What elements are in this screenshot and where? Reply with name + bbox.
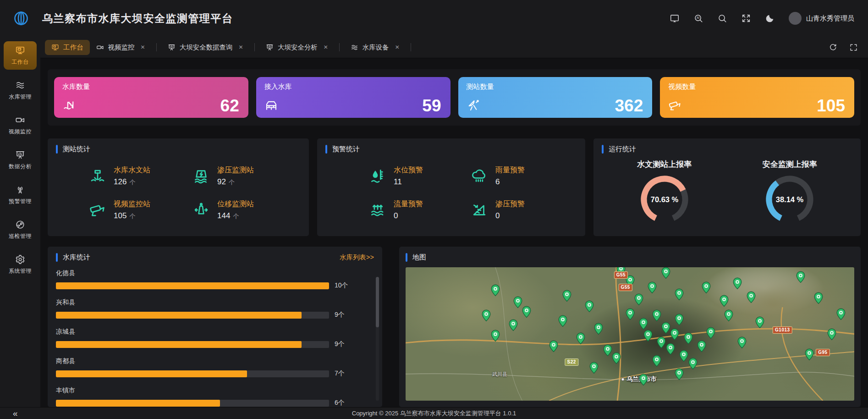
map-marker-pin[interactable] — [648, 281, 657, 294]
map-marker-pin[interactable] — [508, 319, 518, 331]
map-marker-pin[interactable] — [657, 336, 666, 349]
svg-text:70.63 %: 70.63 % — [650, 195, 678, 204]
map-marker-pin[interactable] — [679, 350, 688, 362]
warning-stats-grid: 水位预警11雨量预警6流量预警0渗压预警0 — [325, 154, 577, 221]
map-marker-pin[interactable] — [576, 332, 585, 345]
bar-row-5: 丰镇市6个 — [56, 386, 351, 407]
map-marker-pin[interactable] — [675, 314, 684, 326]
ai-search-icon[interactable]: AI — [693, 13, 703, 23]
map-marker-pin[interactable] — [562, 290, 572, 302]
close-tab-icon[interactable]: ✕ — [239, 44, 243, 50]
map-marker-pin[interactable] — [652, 309, 662, 322]
bar-value-label: 7个 — [335, 369, 351, 378]
map-marker-pin[interactable] — [724, 309, 733, 322]
map-marker-pin[interactable] — [638, 318, 648, 330]
map-marker-pin[interactable] — [683, 332, 693, 345]
map-marker-pin[interactable] — [522, 306, 532, 318]
map-marker-pin[interactable] — [490, 284, 500, 297]
scrollbar-thumb[interactable] — [376, 277, 379, 327]
map-marker-pin[interactable] — [661, 322, 670, 334]
map-marker-pin[interactable] — [665, 343, 675, 355]
map-marker-pin[interactable] — [688, 358, 698, 370]
title-accent-bar — [56, 253, 58, 262]
map-marker-pin[interactable] — [643, 330, 653, 342]
map-marker-pin[interactable] — [720, 295, 729, 307]
map-marker-pin[interactable] — [625, 308, 635, 320]
sidebar-item-2[interactable]: 水库管理 — [4, 76, 37, 105]
tab-3[interactable]: 大坝安全数据查询✕ — [161, 40, 250, 55]
map-marker-pin[interactable] — [549, 340, 559, 353]
map-marker-pin[interactable] — [652, 355, 662, 367]
refresh-icon[interactable] — [829, 43, 837, 52]
tab-2[interactable]: 视频监控✕ — [90, 40, 152, 55]
map-marker-pin[interactable] — [675, 288, 684, 301]
user-menu[interactable]: 山青水秀管理员 — [789, 12, 854, 25]
reservoir-list-link[interactable]: 水库列表>> — [340, 253, 374, 262]
close-tab-icon[interactable]: ✕ — [324, 44, 328, 50]
map-marker-pin[interactable] — [593, 323, 603, 335]
map-marker-pin[interactable] — [589, 362, 599, 374]
close-tab-icon[interactable]: ✕ — [395, 44, 400, 50]
sidebar-item-6[interactable]: 巡检管理 — [4, 215, 37, 244]
warning-item-3: 流量预警0 — [369, 199, 471, 221]
station-value: 105个 — [114, 211, 150, 221]
sidebar-item-1[interactable]: 工作台 — [4, 41, 37, 70]
station-value: 144个 — [217, 211, 254, 221]
map-marker-pin[interactable] — [733, 277, 742, 290]
tab-label: 工作台 — [63, 43, 83, 52]
map-marker-pin[interactable] — [513, 296, 522, 309]
road-badge: G55 — [619, 284, 632, 291]
board-icon — [168, 44, 176, 51]
sidebar-item-7[interactable]: 系统管理 — [4, 250, 37, 279]
tab-divider — [254, 43, 255, 51]
map-marker-pin[interactable] — [634, 293, 644, 306]
map-marker-pin[interactable] — [490, 330, 500, 342]
sidebar-item-4[interactable]: 数据分析 — [4, 146, 37, 174]
bar-row-1: 化德县10个 — [56, 269, 351, 290]
map-marker-pin[interactable] — [755, 316, 765, 329]
station-value: 92个 — [217, 177, 254, 187]
map-marker-pin[interactable] — [827, 328, 837, 341]
panel-reservoir-stats: 水库统计 水库列表>> 化德县10个兴和县9个凉城县9个商都县7个丰镇市6个 — [48, 247, 382, 407]
map-canvas[interactable]: 乌兰察布市 G55G55G1013G95S22武川县 — [406, 267, 854, 401]
map-marker-pin[interactable] — [746, 291, 756, 303]
map-marker-pin[interactable] — [603, 344, 612, 357]
stat-card-value: 59 — [422, 97, 441, 114]
tabbar-actions — [829, 43, 858, 52]
gear-icon — [15, 254, 25, 265]
search-icon[interactable] — [717, 13, 727, 23]
map-marker-pin[interactable] — [638, 374, 648, 386]
rain-icon — [471, 167, 488, 185]
tab-list: 工作台视频监控✕大坝安全数据查询✕大坝安全分析✕水库设备✕ — [45, 37, 416, 58]
map-marker-pin[interactable] — [675, 368, 684, 380]
map-marker-pin[interactable] — [836, 308, 846, 320]
sidebar-item-label: 系统管理 — [9, 267, 32, 275]
map-marker-pin[interactable] — [701, 281, 711, 294]
close-tab-icon[interactable]: ✕ — [141, 44, 145, 50]
map-marker-pin[interactable] — [612, 352, 621, 364]
collapse-sidebar-icon[interactable]: « — [13, 408, 18, 419]
fullscreen-content-icon[interactable] — [849, 43, 858, 52]
tab-4[interactable]: 大坝安全分析✕ — [259, 40, 335, 55]
map-marker-pin[interactable] — [796, 271, 805, 283]
scrollbar-track[interactable] — [376, 277, 379, 401]
map-marker-pin[interactable] — [805, 348, 814, 361]
map-marker-pin[interactable] — [813, 292, 823, 304]
map-marker-pin[interactable] — [697, 340, 707, 353]
map-marker-pin[interactable] — [558, 315, 567, 327]
fullscreen-icon[interactable] — [741, 13, 751, 23]
tab-1[interactable]: 工作台 — [45, 40, 90, 55]
sidebar-item-3[interactable]: 视频监控 — [4, 111, 37, 139]
map-marker-pin[interactable] — [482, 309, 491, 322]
warning-label: 雨量预警 — [495, 165, 525, 175]
map-marker-pin[interactable] — [706, 327, 715, 339]
map-marker-pin[interactable] — [585, 300, 594, 313]
map-marker-pin[interactable] — [737, 336, 747, 349]
bar-line: 9个 — [56, 311, 351, 319]
map-marker-pin[interactable] — [670, 328, 680, 341]
sidebar-item-5[interactable]: 预警管理 — [4, 181, 37, 209]
moon-icon[interactable] — [765, 13, 775, 23]
map-marker-pin[interactable] — [661, 267, 670, 279]
cast-icon[interactable] — [670, 13, 680, 23]
tab-5[interactable]: 水库设备✕ — [344, 40, 406, 55]
